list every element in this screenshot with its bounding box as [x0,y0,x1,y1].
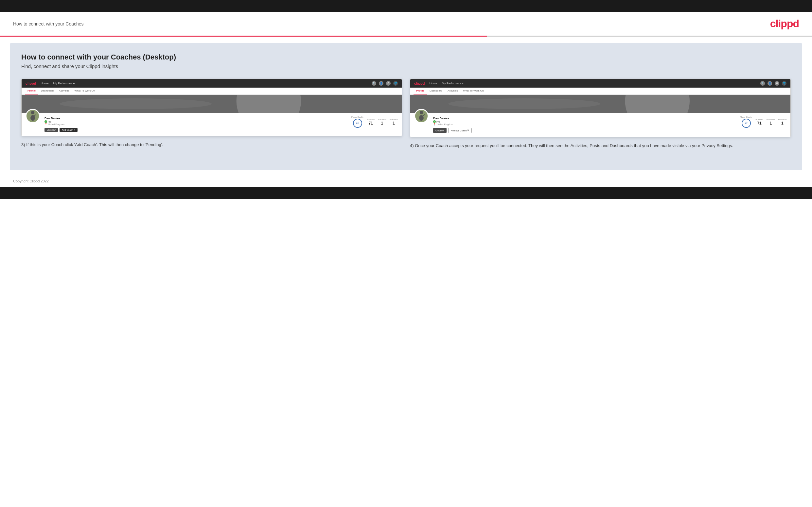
header-divider [0,36,812,37]
mock-settings-icon-2: ⚙ [775,81,779,86]
mock-hero-overlay-1 [21,95,402,113]
mock-check-icon-1: ✓ [45,120,47,123]
mock-stats-1: Player Quality 97 Activities 71 Follower… [351,115,398,128]
mock-settings-icon-1: ⚙ [386,81,391,86]
mock-tab-workOn-1[interactable]: What To Work On [72,88,98,95]
mock-hero-overlay-2 [410,95,791,113]
mock-nav-performance-2: My Performance [442,82,463,85]
mock-tabs-1: Profile Dashboard Activities What To Wor… [21,88,402,95]
mock-following-value-1: 1 [393,121,395,125]
mock-navbar-1: clippd Home My Performance 🔍 👤 ⚙ 🌐 [21,79,402,88]
mock-user-icon-2: 👤 [767,81,772,86]
mock-player-name-2: Dan Davies [433,117,740,120]
screenshot-col-2: clippd Home My Performance 🔍 👤 ⚙ 🌐 Profi… [410,79,791,149]
mock-tab-profile-2[interactable]: Profile [413,88,427,95]
mock-stats-2: Player Quality 97 Activities 71 Follower… [740,115,786,128]
mock-avatar-icon-1: 🌐 [393,81,398,86]
mock-following-value-2: 1 [781,121,783,125]
mock-nav-home-1: Home [41,82,48,85]
mock-following-label-1: Following [390,118,398,120]
mock-tab-profile-1[interactable]: Profile [25,88,38,95]
top-bar [0,0,812,12]
mock-user-icon-1: 👤 [379,81,384,86]
mock-stat-following-2: Following 1 [778,118,786,125]
svg-point-1 [31,111,34,114]
mock-stat-activities-1: Activities 71 [367,118,374,125]
mock-location-2: 📍 United Kingdom [433,123,740,126]
bottom-bar [0,187,812,199]
mock-hero-1 [21,95,402,113]
mock-tab-workOn-2[interactable]: What To Work On [461,88,487,95]
mock-navbar-2: clippd Home My Performance 🔍 👤 ⚙ 🌐 [410,79,791,88]
mock-profile-right-1: Dan Davies ✓ Pro 📍 United Kingdom Unfoll… [45,115,398,132]
golfer-icon-2 [415,109,427,122]
mock-tab-activities-1[interactable]: Activities [56,88,72,95]
mock-unfollow-button-1[interactable]: Unfollow [45,128,58,132]
mock-addcoach-button-1[interactable]: Add Coach + [59,128,78,132]
mock-activities-label-1: Activities [367,118,374,120]
mock-avatar-2 [414,109,428,123]
mock-logo-2: clippd [414,81,425,85]
svg-point-5 [420,111,423,114]
mock-following-label-2: Following [778,118,786,120]
mock-profile-right-2: Dan Davies ✓ Pro 📍 United Kingdom Unfoll… [433,115,786,133]
page-heading: How to connect with your Coaches (Deskto… [21,53,791,61]
mock-avatar-wrap-2 [414,109,428,123]
mock-check-icon-2: ✓ [433,120,436,123]
mock-logo-1: clippd [26,81,36,85]
mock-followers-label-1: Followers [378,118,386,120]
mock-activities-label-2: Activities [755,118,763,120]
main-content: How to connect with your Coaches (Deskto… [10,43,802,170]
mock-nav-performance-1: My Performance [53,82,74,85]
footer: Copyright Clippd 2022 [0,176,812,187]
mock-avatar-icon-2: 🌐 [782,81,786,86]
mock-activities-value-1: 71 [368,121,373,125]
mock-pq-label-2: Player Quality [740,116,752,118]
mock-badge-label-1: Pro [48,121,51,123]
mock-tab-activities-2[interactable]: Activities [445,88,461,95]
mock-tabs-2: Profile Dashboard Activities What To Wor… [410,88,791,95]
mock-stat-following-1: Following 1 [390,118,398,125]
mock-followers-label-2: Followers [766,118,775,120]
header: How to connect with your Coaches clippd [0,12,812,36]
screenshot-mockup-1: clippd Home My Performance 🔍 👤 ⚙ 🌐 Profi… [21,79,402,136]
mock-pq-label-1: Player Quality [351,116,363,118]
mock-search-icon-1: 🔍 [372,81,376,86]
plus-icon-1: + [74,129,75,131]
mock-unfollow-button-2[interactable]: Unfollow [433,128,447,133]
mock-stat-pq-2: Player Quality 97 [740,116,752,128]
mock-tab-dashboard-2[interactable]: Dashboard [427,88,445,95]
mock-profile-info-1: Dan Davies ✓ Pro 📍 United Kingdom Unfoll… [45,115,351,132]
header-title: How to connect with your Coaches [13,21,84,26]
mock-profile-section-2: Dan Davies ✓ Pro 📍 United Kingdom Unfoll… [410,113,791,137]
copyright-text: Copyright Clippd 2022 [13,179,49,183]
mock-stat-pq-1: Player Quality 97 [351,116,363,128]
mock-stat-followers-2: Followers 1 [766,118,775,125]
mock-stat-followers-1: Followers 1 [378,118,386,125]
mock-location-1: 📍 United Kingdom [45,123,351,126]
mock-hero-2 [410,95,791,113]
golfer-icon-1 [27,109,39,122]
mock-pq-circle-1: 97 [353,119,362,128]
clippd-logo: clippd [770,18,799,30]
screenshot-col-1: clippd Home My Performance 🔍 👤 ⚙ 🌐 Profi… [21,79,402,149]
screenshots-row: clippd Home My Performance 🔍 👤 ⚙ 🌐 Profi… [21,79,791,149]
mock-tab-dashboard-1[interactable]: Dashboard [38,88,56,95]
mock-stat-activities-2: Activities 71 [755,118,763,125]
mock-removecoach-button-2[interactable]: Remove Coach ✕ [448,128,472,133]
mock-player-badge-2: ✓ Pro [433,120,740,123]
close-icon-2: ✕ [467,129,469,132]
screenshot-description-1: 3) If this is your Coach click 'Add Coac… [21,142,402,148]
mock-followers-value-1: 1 [381,121,383,125]
screenshot-mockup-2: clippd Home My Performance 🔍 👤 ⚙ 🌐 Profi… [410,79,791,137]
mock-search-icon-2: 🔍 [760,81,765,86]
mock-activities-value-2: 71 [757,121,761,125]
mock-action-buttons-1: Unfollow Add Coach + [45,128,351,132]
screenshot-description-2: 4) Once your Coach accepts your request … [410,143,791,149]
mock-player-name-1: Dan Davies [45,117,351,120]
mock-nav-icons-2: 🔍 👤 ⚙ 🌐 [760,81,786,86]
mock-pq-circle-2: 97 [742,119,751,128]
mock-profile-section-1: Dan Davies ✓ Pro 📍 United Kingdom Unfoll… [21,113,402,136]
mock-avatar-wrap-1 [26,109,40,123]
mock-profile-info-2: Dan Davies ✓ Pro 📍 United Kingdom Unfoll… [433,115,740,133]
